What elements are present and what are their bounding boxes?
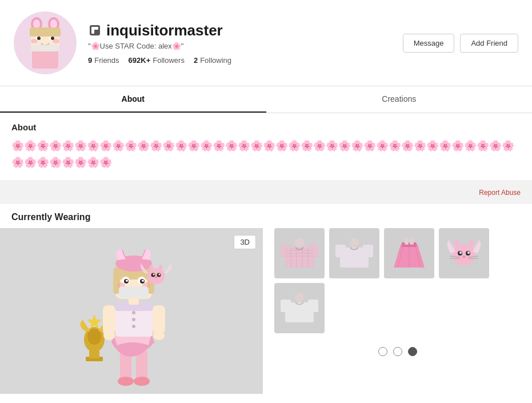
followers-label: Followers [153, 56, 185, 65]
svg-rect-72 [335, 245, 346, 257]
svg-rect-14 [31, 45, 59, 51]
tab-about[interactable]: About [0, 86, 266, 113]
profile-stats: 9 Friends 692K+ Followers 2 Following [88, 56, 391, 65]
svg-point-9 [33, 19, 40, 29]
svg-point-56 [159, 273, 161, 275]
svg-rect-33 [103, 305, 115, 334]
item-thumb-5[interactable] [274, 283, 325, 333]
wearing-items [263, 228, 532, 394]
wearing-header: Currently Wearing [0, 204, 532, 228]
report-row: Report Abuse [0, 182, 532, 202]
svg-rect-34 [153, 305, 165, 334]
friends-count: 9 [88, 56, 92, 65]
svg-point-97 [295, 293, 304, 302]
svg-point-10 [50, 19, 57, 29]
svg-point-87 [467, 252, 470, 254]
svg-rect-61 [308, 245, 318, 257]
item-thumb-4[interactable] [439, 228, 489, 278]
svg-point-35 [103, 331, 115, 340]
message-button[interactable]: Message [403, 34, 455, 53]
svg-point-69 [295, 238, 304, 247]
about-section: About 🌸🌸🌸🌸🌸🌸🌸🌸🌸🌸🌸🌸🌸🌸🌸🌸🌸🌸🌸🌸🌸🌸🌸🌸🌸🌸🌸🌸🌸🌸🌸🌸🌸🌸… [0, 113, 532, 180]
svg-rect-80 [405, 238, 409, 245]
wearing-section: Currently Wearing [0, 204, 532, 403]
svg-rect-25 [136, 351, 147, 380]
svg-rect-60 [281, 245, 291, 257]
svg-point-5 [37, 37, 41, 40]
svg-rect-81 [410, 238, 414, 245]
svg-rect-73 [363, 245, 373, 257]
svg-point-86 [459, 252, 462, 254]
wearing-preview-inner [0, 228, 263, 394]
item-thumb-1[interactable] [274, 228, 325, 278]
svg-point-47 [126, 280, 128, 282]
svg-point-26 [118, 377, 134, 386]
wearing-preview: 3D [0, 228, 263, 394]
verified-icon [88, 23, 102, 37]
report-abuse-link[interactable]: Report Abuse [479, 189, 521, 197]
svg-point-83 [453, 245, 475, 265]
content-area: About 🌸🌸🌸🌸🌸🌸🌸🌸🌸🌸🌸🌸🌸🌸🌸🌸🌸🌸🌸🌸🌸🌸🌸🌸🌸🌸🌸🌸🌸🌸🌸🌸🌸🌸… [0, 113, 532, 403]
item-thumb-3[interactable] [384, 228, 434, 278]
svg-point-27 [134, 377, 150, 386]
svg-point-12 [31, 39, 38, 43]
svg-rect-95 [281, 300, 291, 312]
following-count: 2 [194, 56, 198, 65]
about-bio-text: 🌸🌸🌸🌸🌸🌸🌸🌸🌸🌸🌸🌸🌸🌸🌸🌸🌸🌸🌸🌸🌸🌸🌸🌸🌸🌸🌸🌸🌸🌸🌸🌸🌸🌸🌸🌸🌸🌸🌸🌸… [11, 138, 521, 171]
profile-username: inquisitormaster [106, 22, 223, 39]
profile-name-row: inquisitormaster [88, 22, 391, 39]
tab-creations[interactable]: Creations [266, 86, 533, 113]
svg-point-55 [153, 273, 155, 275]
pagination-dot-2[interactable] [393, 347, 402, 356]
svg-point-22 [87, 329, 101, 345]
profile-bio: "🌸Use STAR Code: alex🌸" [88, 42, 391, 50]
svg-rect-15 [90, 25, 100, 35]
wearing-content: 3D [0, 228, 532, 403]
item-thumb-2[interactable] [329, 228, 379, 278]
items-row-2 [274, 283, 521, 333]
svg-point-32 [132, 325, 135, 328]
btn-3d[interactable]: 3D [234, 235, 256, 249]
svg-rect-17 [91, 27, 98, 30]
profile-actions: Message Add Friend [403, 34, 518, 53]
svg-point-88 [463, 255, 466, 258]
friends-label: Friends [94, 56, 119, 65]
avatar [14, 11, 77, 74]
svg-point-36 [153, 331, 165, 340]
followers-count: 692K+ [129, 56, 151, 65]
tabs-bar: About Creations [0, 86, 532, 113]
svg-point-74 [350, 238, 359, 247]
pagination-dot-3[interactable] [408, 347, 417, 356]
profile-info: inquisitormaster "🌸Use STAR Code: alex🌸"… [88, 22, 391, 65]
items-row-1 [274, 228, 521, 278]
add-friend-button[interactable]: Add Friend [460, 34, 518, 53]
svg-rect-11 [30, 27, 61, 37]
svg-point-48 [142, 280, 144, 282]
about-title: About [11, 122, 521, 132]
following-label: Following [200, 56, 231, 65]
profile-header: inquisitormaster "🌸Use STAR Code: alex🌸"… [0, 0, 532, 86]
pagination-dots [274, 338, 521, 362]
pagination-dot-1[interactable] [378, 347, 387, 356]
svg-rect-96 [308, 300, 318, 312]
svg-point-30 [132, 311, 135, 314]
svg-point-31 [132, 318, 135, 321]
svg-point-13 [53, 39, 59, 43]
svg-rect-51 [119, 286, 149, 298]
svg-point-57 [155, 276, 157, 278]
